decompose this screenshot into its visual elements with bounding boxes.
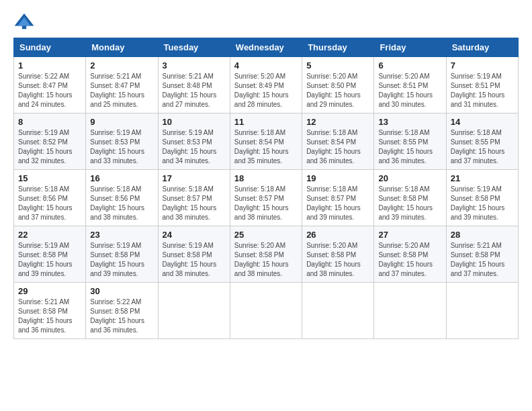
calendar-week-4: 22Sunrise: 5:19 AM Sunset: 8:58 PM Dayli… xyxy=(14,226,519,283)
day-info: Sunrise: 5:22 AM Sunset: 8:47 PM Dayligh… xyxy=(18,72,81,109)
calendar-cell xyxy=(230,283,302,339)
day-number: 26 xyxy=(306,230,369,240)
calendar-cell: 24Sunrise: 5:19 AM Sunset: 8:58 PM Dayli… xyxy=(158,226,230,283)
day-number: 12 xyxy=(306,117,369,127)
day-info: Sunrise: 5:22 AM Sunset: 8:58 PM Dayligh… xyxy=(90,298,153,335)
calendar-header-wednesday: Wednesday xyxy=(230,38,302,57)
day-number: 11 xyxy=(234,117,298,127)
day-number: 24 xyxy=(163,230,226,240)
day-info: Sunrise: 5:21 AM Sunset: 8:48 PM Dayligh… xyxy=(163,72,226,109)
day-info: Sunrise: 5:18 AM Sunset: 8:57 PM Dayligh… xyxy=(306,185,369,222)
calendar-week-3: 15Sunrise: 5:18 AM Sunset: 8:56 PM Dayli… xyxy=(14,170,519,226)
day-number: 2 xyxy=(90,60,153,71)
day-number: 8 xyxy=(18,117,81,127)
day-number: 15 xyxy=(18,173,81,183)
day-number: 17 xyxy=(163,173,226,183)
day-info: Sunrise: 5:19 AM Sunset: 8:58 PM Dayligh… xyxy=(451,185,514,222)
day-info: Sunrise: 5:18 AM Sunset: 8:58 PM Dayligh… xyxy=(378,185,441,222)
day-info: Sunrise: 5:20 AM Sunset: 8:58 PM Dayligh… xyxy=(306,241,369,279)
calendar-cell: 23Sunrise: 5:19 AM Sunset: 8:58 PM Dayli… xyxy=(86,226,158,283)
calendar-cell: 7Sunrise: 5:19 AM Sunset: 8:51 PM Daylig… xyxy=(446,57,518,113)
calendar-cell: 25Sunrise: 5:20 AM Sunset: 8:58 PM Dayli… xyxy=(230,226,302,283)
calendar-cell: 19Sunrise: 5:18 AM Sunset: 8:57 PM Dayli… xyxy=(302,170,374,226)
day-info: Sunrise: 5:19 AM Sunset: 8:52 PM Dayligh… xyxy=(18,128,81,166)
calendar-cell xyxy=(302,283,374,339)
calendar-cell: 21Sunrise: 5:19 AM Sunset: 8:58 PM Dayli… xyxy=(446,170,518,226)
calendar-cell: 9Sunrise: 5:19 AM Sunset: 8:53 PM Daylig… xyxy=(86,113,158,170)
calendar-cell: 10Sunrise: 5:19 AM Sunset: 8:53 PM Dayli… xyxy=(158,113,230,170)
calendar-cell: 16Sunrise: 5:18 AM Sunset: 8:56 PM Dayli… xyxy=(86,170,158,226)
day-number: 30 xyxy=(90,286,153,296)
day-number: 10 xyxy=(163,117,226,127)
logo-icon xyxy=(13,11,35,32)
calendar-cell: 20Sunrise: 5:18 AM Sunset: 8:58 PM Dayli… xyxy=(374,170,446,226)
calendar-header-monday: Monday xyxy=(86,38,158,57)
calendar-header-friday: Friday xyxy=(374,38,446,57)
day-number: 23 xyxy=(90,230,153,240)
day-number: 21 xyxy=(451,173,514,183)
day-number: 4 xyxy=(234,60,298,71)
day-info: Sunrise: 5:20 AM Sunset: 8:50 PM Dayligh… xyxy=(306,72,369,109)
calendar-header-row: SundayMondayTuesdayWednesdayThursdayFrid… xyxy=(14,38,519,57)
day-number: 18 xyxy=(234,173,298,183)
calendar-cell: 4Sunrise: 5:20 AM Sunset: 8:49 PM Daylig… xyxy=(230,57,302,113)
calendar-table: SundayMondayTuesdayWednesdayThursdayFrid… xyxy=(13,38,519,339)
day-number: 22 xyxy=(18,230,81,240)
calendar-week-1: 1Sunrise: 5:22 AM Sunset: 8:47 PM Daylig… xyxy=(14,57,519,113)
day-number: 6 xyxy=(378,60,441,71)
calendar-header-saturday: Saturday xyxy=(446,38,518,57)
calendar-cell xyxy=(374,283,446,339)
calendar-cell: 6Sunrise: 5:20 AM Sunset: 8:51 PM Daylig… xyxy=(374,57,446,113)
calendar-cell: 17Sunrise: 5:18 AM Sunset: 8:57 PM Dayli… xyxy=(158,170,230,226)
calendar-cell: 11Sunrise: 5:18 AM Sunset: 8:54 PM Dayli… xyxy=(230,113,302,170)
calendar-cell: 8Sunrise: 5:19 AM Sunset: 8:52 PM Daylig… xyxy=(14,113,86,170)
day-number: 19 xyxy=(306,173,369,183)
calendar-cell: 28Sunrise: 5:21 AM Sunset: 8:58 PM Dayli… xyxy=(446,226,518,283)
calendar-cell: 5Sunrise: 5:20 AM Sunset: 8:50 PM Daylig… xyxy=(302,57,374,113)
calendar-cell: 27Sunrise: 5:20 AM Sunset: 8:58 PM Dayli… xyxy=(374,226,446,283)
calendar-cell xyxy=(158,283,230,339)
calendar-cell: 3Sunrise: 5:21 AM Sunset: 8:48 PM Daylig… xyxy=(158,57,230,113)
day-info: Sunrise: 5:20 AM Sunset: 8:51 PM Dayligh… xyxy=(378,72,441,109)
day-info: Sunrise: 5:19 AM Sunset: 8:58 PM Dayligh… xyxy=(163,241,226,279)
day-info: Sunrise: 5:19 AM Sunset: 8:51 PM Dayligh… xyxy=(451,72,514,109)
calendar-cell: 30Sunrise: 5:22 AM Sunset: 8:58 PM Dayli… xyxy=(86,283,158,339)
svg-rect-2 xyxy=(22,26,26,29)
day-number: 1 xyxy=(18,60,81,71)
day-number: 29 xyxy=(18,286,81,296)
day-info: Sunrise: 5:19 AM Sunset: 8:58 PM Dayligh… xyxy=(90,241,153,279)
day-info: Sunrise: 5:18 AM Sunset: 8:55 PM Dayligh… xyxy=(451,128,514,166)
logo xyxy=(13,11,38,32)
calendar-cell: 13Sunrise: 5:18 AM Sunset: 8:55 PM Dayli… xyxy=(374,113,446,170)
calendar-header-tuesday: Tuesday xyxy=(158,38,230,57)
day-info: Sunrise: 5:19 AM Sunset: 8:58 PM Dayligh… xyxy=(18,241,81,279)
calendar-cell: 22Sunrise: 5:19 AM Sunset: 8:58 PM Dayli… xyxy=(14,226,86,283)
day-number: 27 xyxy=(378,230,441,240)
calendar-header-sunday: Sunday xyxy=(14,38,86,57)
day-info: Sunrise: 5:19 AM Sunset: 8:53 PM Dayligh… xyxy=(90,128,153,166)
calendar-cell: 18Sunrise: 5:18 AM Sunset: 8:57 PM Dayli… xyxy=(230,170,302,226)
calendar-week-2: 8Sunrise: 5:19 AM Sunset: 8:52 PM Daylig… xyxy=(14,113,519,170)
day-info: Sunrise: 5:19 AM Sunset: 8:53 PM Dayligh… xyxy=(163,128,226,166)
day-info: Sunrise: 5:21 AM Sunset: 8:58 PM Dayligh… xyxy=(451,241,514,279)
calendar-cell: 14Sunrise: 5:18 AM Sunset: 8:55 PM Dayli… xyxy=(446,113,518,170)
calendar-cell: 15Sunrise: 5:18 AM Sunset: 8:56 PM Dayli… xyxy=(14,170,86,226)
day-info: Sunrise: 5:18 AM Sunset: 8:55 PM Dayligh… xyxy=(378,128,441,166)
day-number: 28 xyxy=(451,230,514,240)
calendar-cell: 12Sunrise: 5:18 AM Sunset: 8:54 PM Dayli… xyxy=(302,113,374,170)
day-number: 13 xyxy=(378,117,441,127)
day-info: Sunrise: 5:18 AM Sunset: 8:56 PM Dayligh… xyxy=(18,185,81,222)
day-info: Sunrise: 5:21 AM Sunset: 8:58 PM Dayligh… xyxy=(18,298,81,335)
day-number: 20 xyxy=(378,173,441,183)
main-container: SundayMondayTuesdayWednesdayThursdayFrid… xyxy=(0,0,532,350)
day-info: Sunrise: 5:18 AM Sunset: 8:57 PM Dayligh… xyxy=(163,185,226,222)
calendar-week-5: 29Sunrise: 5:21 AM Sunset: 8:58 PM Dayli… xyxy=(14,283,519,339)
day-number: 16 xyxy=(90,173,153,183)
calendar-header-thursday: Thursday xyxy=(302,38,374,57)
calendar-cell: 2Sunrise: 5:21 AM Sunset: 8:47 PM Daylig… xyxy=(86,57,158,113)
day-info: Sunrise: 5:21 AM Sunset: 8:47 PM Dayligh… xyxy=(90,72,153,109)
day-number: 7 xyxy=(451,60,514,71)
calendar-cell: 29Sunrise: 5:21 AM Sunset: 8:58 PM Dayli… xyxy=(14,283,86,339)
calendar-cell: 26Sunrise: 5:20 AM Sunset: 8:58 PM Dayli… xyxy=(302,226,374,283)
day-info: Sunrise: 5:20 AM Sunset: 8:58 PM Dayligh… xyxy=(234,241,298,279)
